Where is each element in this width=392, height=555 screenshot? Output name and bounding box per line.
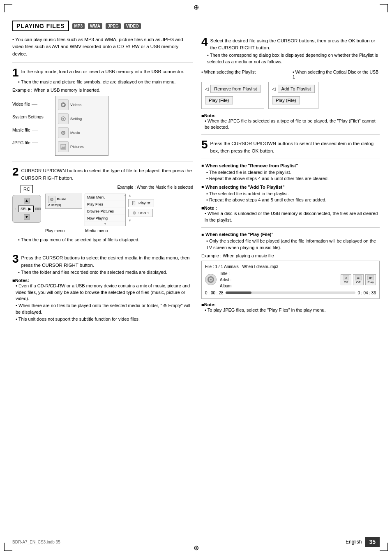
corner-mark-tl [4,4,12,12]
ctrl-btn-play[interactable]: Play [365,274,376,285]
player-progress: 0 : 00 : 28 0 : 04 : 36 [205,291,376,295]
footer-page-number: 35 [365,537,380,547]
dash-music [32,130,38,130]
music-title: Music [57,197,66,201]
progress-fill [226,291,251,294]
files-diagram: Video file System Settings Music file [12,96,193,156]
note-3: This unit does not support the subtitle … [16,316,193,322]
music-player-example: File : 1 / 1 Animals - When I dream..mp3… [201,261,380,299]
file-label-settings: System Settings [12,115,51,119]
music-icon-small [48,196,55,203]
step-4-text: Select the desired file using the CURSOR… [210,37,380,52]
dash-settings [45,117,51,117]
step-1-number: 1 [12,67,19,79]
step-2-number: 2 [12,166,19,178]
remote-down: ▼ [24,214,30,220]
footer-file: BDR-A7_EN_CS3.indb 35 [12,540,60,544]
divider-step5b [201,227,380,228]
notes-header: ■Notes: [12,278,193,283]
media-menu-right: ▲ Playlist USB 1 ▼ [128,194,154,222]
step-3: 3 Press the CURSOR buttons to select the… [12,253,193,322]
section-remove-playlist: When selecting the "Remove from Playlist… [201,163,380,182]
reg-mark-bottom: ⊕ [194,544,199,552]
files-menu-jpeg: Pictures [55,140,108,154]
step-5-text: Press the CURSOR UP/DOWN buttons to sele… [210,140,380,155]
svg-point-12 [51,199,52,200]
dash-video [32,104,37,104]
step5-note-box: ■Note : When a disc is unloaded or the U… [201,206,380,223]
step5-final-note: ■Note: To play JPEG files, select the "P… [201,302,380,313]
step-1-bullet: Then the music and picture file symbols,… [18,79,193,86]
player-file-info: File : 1 / 1 Animals - When I dream..mp3 [205,264,376,269]
badge-video: VIDEO [124,23,141,29]
step-5-number: 5 [201,139,208,150]
menu-browse-pictures[interactable]: Browse Pictures [85,208,125,215]
step-4-note-text: When the JPEG file is selected as a type… [205,118,380,131]
step-3-text: Press the CURSOR buttons to select the d… [21,254,193,269]
step-2-example: Example : When the Music file is selecte… [45,185,193,190]
player-disc-icon [205,274,217,285]
step5-final-note-header: ■Note: [201,302,380,307]
rc-diagram: RC ▲ → SEL ▶ [12,185,193,233]
add-to-playlist-btn[interactable]: Add To Playlist [278,85,315,93]
player-middle: Title : Artist : Album ↺ Off [205,271,376,289]
divider-step1 [12,162,193,162]
playlist-dialog: ◁ Remove from Playlist Play (File) [201,82,264,109]
sel-button[interactable]: SEL ▶ [18,206,34,212]
ctrl-btn-off2[interactable]: ⇄ Off [353,274,364,285]
add-bullet-1: The selected file is added in the playli… [206,191,380,197]
remove-bullet-1: The selected file is cleared in the play… [206,169,380,176]
player-artist: Artist : [220,277,337,283]
svg-point-3 [62,118,64,120]
file-label-jpeg: JPEG file [12,141,51,145]
files-menu-video: Videos [55,98,108,112]
badge-mp3: MP3 [72,23,85,29]
music-selection-box: Music 2 Item(s) [45,194,82,209]
step-3-notes: ■Notes: Even if a CD-R/CD-RW or a USB me… [12,278,193,322]
svg-point-20 [210,279,212,280]
badge-jpeg: JPEG [106,23,121,29]
step-1: 1 In the stop mode, load a disc or inser… [12,67,193,156]
menu-now-playing[interactable]: Now Playing [85,215,125,222]
files-menu-box: Videos Setting [55,96,108,156]
svg-point-17 [134,212,136,214]
section-add-playlist: When selecting the "Add To Playlist" The… [201,185,380,204]
step-4-number: 4 [201,36,208,48]
ctrl-btn-off1[interactable]: ↺ Off [341,274,351,285]
arrow-playlist: ◁ [205,86,208,91]
note-1: Even if a CD-R/CD-RW or a USB memory dev… [16,283,193,302]
play-bullets: Only the selected file will be played (a… [206,238,380,251]
file-label-music: Music file [12,128,51,132]
play-file-playlist-btn[interactable]: Play (File) [205,96,233,104]
main-content: • You can play music files such as MP3 a… [12,36,380,328]
left-column: • You can play music files such as MP3 a… [12,36,193,328]
play-file-optical-btn[interactable]: Play (File) [272,96,300,104]
dash-jpeg [32,143,38,143]
files-menu-video-label: Videos [70,103,81,107]
dialog-area: ◁ Remove from Playlist Play (File) ◁ Add… [201,82,380,109]
menu-play-files[interactable]: Play Files [85,201,125,208]
media-usb1: USB 1 [128,209,153,217]
files-labels: Video file System Settings Music file [12,96,55,156]
right-column: 4 Select the desired file using the CURS… [201,36,380,328]
step5-note-text: When a disc is unloaded or the USB memor… [205,210,380,223]
remove-from-playlist-btn[interactable]: Remove from Playlist [210,85,261,93]
step5-final-note-text: To play JPEG files, select the "Play Fil… [205,307,380,313]
menu-labels-row: Play menu Media menu [45,229,193,233]
time-start: 0 : 00 : 28 [205,291,223,295]
menu-main-menu[interactable]: Main Menu [85,194,125,201]
step-4: 4 Select the desired file using the CURS… [201,36,380,65]
music-subtitle: 2 Item(s) [48,203,79,207]
arrow-optical: ◁ [272,86,275,91]
step-3-bullet1: Then the folder and files recorded onto … [18,269,193,276]
add-bullet-2: Repeat the above steps 4 and 5 until oth… [206,197,380,203]
files-menu-settings: Setting [55,112,108,126]
step5-example-label: Example : When playing a music file [201,253,380,258]
step-1-example-label: Example : When a USB memory is inserted. [12,88,193,92]
when-selecting-row: • When selecting the Playlist • When sel… [201,69,380,79]
optical-dialog: ◁ Add To Playlist Play (File) [268,82,318,109]
files-menu-jpeg-label: Pictures [70,145,84,149]
remove-bullet-2: Repeat the above steps 4 and 5 until oth… [206,176,380,182]
when-optical-label: • When selecting the Optical Disc or the… [293,69,380,79]
time-end: 0 : 04 : 36 [358,291,376,295]
